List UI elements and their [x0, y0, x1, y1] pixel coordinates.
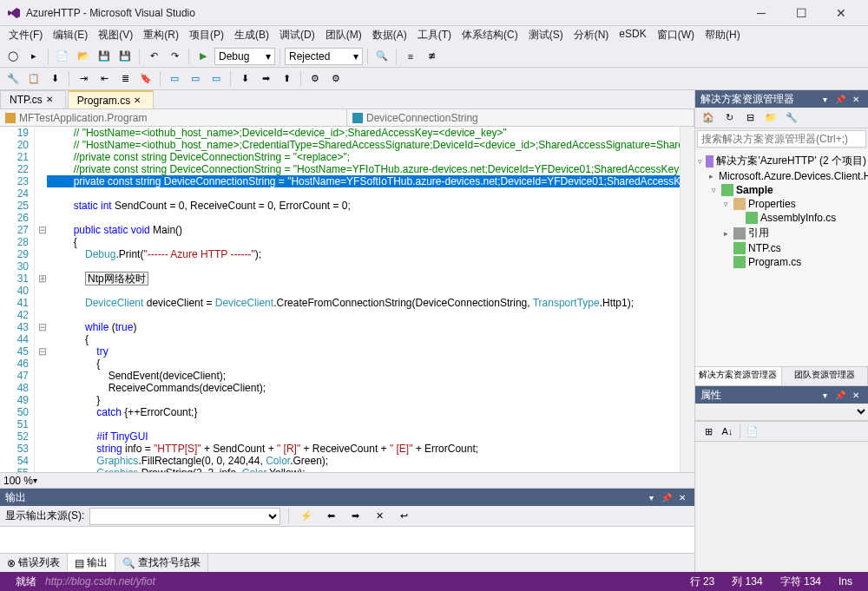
se-panel-tab[interactable]: 团队资源管理器: [782, 367, 869, 385]
save-all-button[interactable]: 💾: [115, 47, 135, 66]
menu-item[interactable]: 重构(R): [138, 26, 184, 45]
props-close-icon[interactable]: ✕: [849, 388, 863, 402]
menu-item[interactable]: 团队(M): [320, 26, 367, 45]
references-node[interactable]: ▸引用: [697, 225, 866, 241]
panel-dropdown-icon[interactable]: ▾: [644, 490, 658, 504]
outdent-button[interactable]: ⇤: [95, 69, 114, 89]
tab-close-icon[interactable]: ✕: [134, 95, 144, 106]
menu-item[interactable]: 数据(A): [367, 26, 412, 45]
format-button[interactable]: ≣: [115, 69, 135, 89]
menu-item[interactable]: 调试(D): [274, 26, 320, 45]
ntp-file[interactable]: NTP.cs: [697, 241, 866, 255]
se-close-icon[interactable]: ✕: [849, 92, 863, 106]
platform-dropdown[interactable]: Rejected▾: [285, 48, 363, 65]
project-node-1[interactable]: ▸Microsoft.Azure.Devices.Client.Http.N: [697, 169, 866, 183]
config-dropdown[interactable]: Debug▾: [214, 48, 275, 65]
menu-item[interactable]: 分析(N): [569, 26, 615, 45]
props-alpha-button[interactable]: A↓: [718, 422, 737, 441]
nav-back-button[interactable]: ◯: [3, 47, 23, 66]
statusbar: 就绪 http://blog.csdn.net/yfiot 行 23 列 134…: [0, 572, 868, 591]
menu-item[interactable]: 帮助(H): [700, 26, 746, 45]
se-search-input[interactable]: [697, 130, 866, 148]
zoom-level[interactable]: 100 %: [3, 475, 33, 487]
se-dropdown-icon[interactable]: ▾: [818, 92, 832, 106]
vs-logo-icon: [7, 6, 21, 20]
output-clear-button[interactable]: ✕: [370, 507, 389, 526]
output-wrap-button[interactable]: ↩: [394, 507, 413, 526]
assemblyinfo-file[interactable]: AssemblyInfo.cs: [697, 211, 866, 225]
menu-item[interactable]: 窗口(W): [652, 26, 700, 45]
nav-forward-button[interactable]: ▸: [24, 47, 43, 66]
new-project-button[interactable]: 📄: [53, 47, 72, 66]
properties-folder[interactable]: ▿Properties: [697, 197, 866, 211]
start-debug-button[interactable]: ▶: [194, 47, 213, 66]
editor-tab[interactable]: NTP.cs✕: [0, 90, 66, 108]
undo-button[interactable]: ↶: [144, 47, 163, 66]
save-button[interactable]: 💾: [95, 47, 114, 66]
redo-button[interactable]: ↷: [165, 47, 184, 66]
menu-item[interactable]: 视图(V): [93, 26, 138, 45]
open-button[interactable]: 📂: [74, 47, 93, 66]
props-pages-button[interactable]: 📄: [743, 422, 762, 441]
extra-btn-1[interactable]: ⚙: [306, 69, 325, 89]
menu-item[interactable]: 项目(P): [184, 26, 229, 45]
find-button[interactable]: 🔍: [372, 47, 391, 66]
props-categorized-button[interactable]: ⊞: [699, 422, 718, 441]
tb2-btn-1[interactable]: 🔧: [3, 69, 23, 89]
window-btn-2[interactable]: ▭: [186, 69, 205, 89]
member-navigator[interactable]: DeviceConnectionString: [347, 109, 694, 126]
menu-item[interactable]: 生成(B): [229, 26, 274, 45]
properties-grid[interactable]: [695, 442, 868, 572]
bottom-tab[interactable]: ⊗错误列表: [0, 554, 68, 572]
se-refresh-button[interactable]: ↻: [720, 108, 739, 128]
step-into-button[interactable]: ⬇: [235, 69, 254, 89]
bottom-tab[interactable]: 🔍查找符号结果: [115, 554, 208, 572]
code-editor[interactable]: 1920212223242526272829303140414243444546…: [0, 127, 694, 472]
solution-node[interactable]: ▿解决方案'AzureHTTP' (2 个项目): [697, 153, 866, 169]
maximize-button[interactable]: ☐: [781, 0, 821, 26]
output-text[interactable]: [0, 527, 694, 553]
menu-item[interactable]: eSDK: [614, 26, 651, 45]
tab-close-icon[interactable]: ✕: [46, 95, 56, 105]
minimize-button[interactable]: ─: [741, 0, 781, 26]
step-over-button[interactable]: ➡: [256, 69, 275, 89]
menu-item[interactable]: 编辑(E): [48, 26, 93, 45]
bottom-tab[interactable]: ▤输出: [68, 554, 115, 572]
output-prev-button[interactable]: ⬅: [321, 507, 340, 526]
se-pin-icon[interactable]: 📌: [833, 92, 847, 106]
menu-item[interactable]: 文件(F): [3, 26, 48, 45]
props-object-dropdown[interactable]: [695, 404, 868, 420]
bookmark-button[interactable]: 🔖: [136, 69, 155, 89]
vertical-scrollbar[interactable]: [680, 127, 694, 472]
panel-pin-icon[interactable]: 📌: [660, 490, 674, 504]
menu-item[interactable]: 体系结构(C): [457, 26, 523, 45]
se-panel-tab[interactable]: 解决方案资源管理器: [695, 367, 782, 385]
se-collapse-button[interactable]: ⊟: [740, 108, 760, 128]
close-button[interactable]: ✕: [821, 0, 861, 26]
se-properties-button[interactable]: 🔧: [782, 108, 801, 128]
program-file[interactable]: Program.cs: [697, 255, 866, 269]
comment-button[interactable]: ≡: [401, 47, 420, 66]
panel-close-icon[interactable]: ✕: [675, 490, 689, 504]
se-showall-button[interactable]: 📁: [761, 108, 780, 128]
project-node-2[interactable]: ▿Sample: [697, 183, 866, 197]
output-goto-button[interactable]: ⚡: [297, 507, 316, 526]
indent-button[interactable]: ⇥: [74, 69, 93, 89]
window-btn-3[interactable]: ▭: [207, 69, 226, 89]
class-navigator[interactable]: MFTestApplication.Program: [0, 109, 347, 126]
uncomment-button[interactable]: ≢: [422, 47, 441, 66]
extra-btn-2[interactable]: ⚙: [326, 69, 345, 89]
step-out-button[interactable]: ⬆: [277, 69, 296, 89]
props-pin-icon[interactable]: 📌: [833, 388, 847, 402]
props-dropdown-icon[interactable]: ▾: [818, 388, 832, 402]
se-home-button[interactable]: 🏠: [699, 108, 718, 128]
menu-item[interactable]: 工具(T): [412, 26, 457, 45]
menu-item[interactable]: 测试(S): [523, 26, 569, 45]
output-next-button[interactable]: ➡: [345, 507, 365, 526]
editor-tab[interactable]: Program.cs✕: [68, 90, 154, 108]
tb2-btn-3[interactable]: ⬇: [45, 69, 64, 89]
output-source-dropdown[interactable]: [89, 508, 280, 525]
tb2-btn-2[interactable]: 📋: [24, 69, 43, 89]
properties-title: 属性: [700, 388, 721, 403]
window-btn-1[interactable]: ▭: [165, 69, 184, 89]
